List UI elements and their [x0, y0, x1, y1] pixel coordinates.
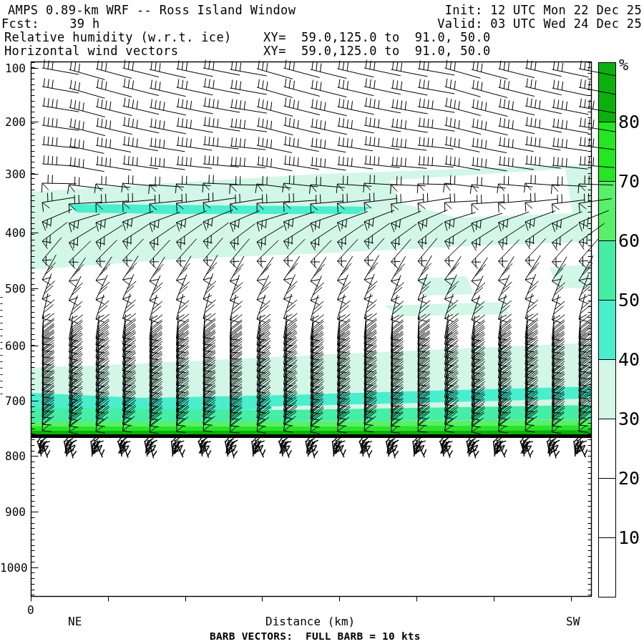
y-axis-tick-label: 200 [0, 115, 26, 129]
y-axis-tick-label: 300 [0, 167, 26, 181]
init-time-label: Init: 12 UTC Mon 22 Dec 25 [445, 4, 642, 17]
field2-xy: XY= 59.0,125.0 to 91.0, 50.0 [263, 44, 491, 58]
field1-name: Relative humidity (w.r.t. ice) [4, 31, 232, 44]
amps-cross-section-window: AMPS 0.89-km WRF -- Ross Island Window F… [0, 0, 644, 644]
field1-xy: XY= 59.0,125.0 to 91.0, 50.0 [263, 31, 491, 44]
colorbar-tick-label: 60 [618, 230, 640, 251]
y-axis-tick-label: 1000 [0, 561, 26, 575]
colorbar-tick-label: 80 [618, 112, 640, 132]
x-axis-ne-label: NE [68, 615, 82, 628]
colorbar-tick-label: 70 [618, 171, 640, 192]
x-axis-title: Distance (km) [265, 615, 355, 628]
colorbar-tick-label: 10 [618, 527, 640, 548]
colorbar-unit-label: % [619, 56, 628, 74]
y-axis-tick-label: 700 [0, 394, 26, 408]
y-axis-tick-label: 500 [0, 282, 26, 296]
field2-name: Horizontal wind vectors [4, 44, 178, 58]
y-axis-tick-label: 800 [0, 449, 26, 463]
y-axis-tick-label: 900 [0, 505, 26, 519]
barb-legend-text: BARB VECTORS: FULL BARB = 10 kts [210, 630, 421, 642]
colorbar-tick-label: 40 [618, 349, 640, 370]
forecast-hour-label: Fcst: 39 h [1, 17, 100, 31]
x-axis-sw-label: SW [566, 615, 580, 628]
colorbar-tick-label: 30 [618, 409, 640, 429]
plot-title: AMPS 0.89-km WRF -- Ross Island Window [8, 4, 296, 17]
x-axis-zero-label: 0 [27, 603, 34, 617]
valid-time-label: Valid: 03 UTC Wed 24 Dec 25 [437, 17, 642, 31]
y-axis-tick-label: 400 [0, 226, 26, 240]
y-axis-tick-label: 100 [0, 62, 26, 75]
cross-section-plot-canvas [0, 0, 644, 644]
y-axis-tick-label: 600 [0, 339, 26, 353]
colorbar-tick-label: 50 [618, 290, 640, 311]
colorbar-tick-label: 20 [618, 468, 640, 489]
